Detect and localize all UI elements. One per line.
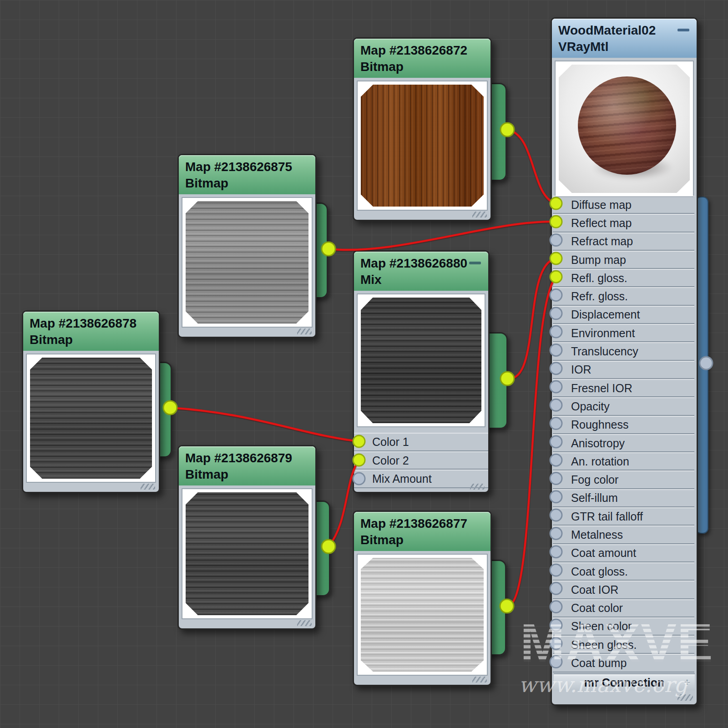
slot-row: Refl. gloss. xyxy=(553,269,694,287)
node-header[interactable]: Map #2138626877 Bitmap xyxy=(354,512,490,551)
resize-grip-icon[interactable] xyxy=(472,212,487,217)
slot-label: Coat IOR xyxy=(571,583,618,597)
node-graph-canvas[interactable]: Map #2138626872 Bitmap Map #2138626875 B… xyxy=(0,0,728,728)
wood-texture-thumbnail xyxy=(30,358,152,479)
slot-row: Coat color xyxy=(553,599,694,617)
resize-grip-icon[interactable] xyxy=(297,620,312,626)
node-footer xyxy=(23,483,159,492)
node-header[interactable]: Map #2138626872 Bitmap xyxy=(354,39,490,78)
wood-texture-thumbnail xyxy=(361,85,484,207)
wire-2872-to-diffuse-map[interactable] xyxy=(507,130,556,203)
resize-grip-icon[interactable] xyxy=(677,694,693,701)
slot-row: An. rotation xyxy=(553,452,694,470)
slot-label: Diffuse map xyxy=(571,198,632,212)
slot-row: Opacity xyxy=(553,397,694,415)
wire-2875-to-reflect-map[interactable] xyxy=(329,222,556,250)
node-title: Map #2138626877 xyxy=(360,516,484,532)
node-bitmap-2138626877[interactable]: Map #2138626877 Bitmap xyxy=(353,511,492,686)
slot-label: Fresnel IOR xyxy=(571,382,632,395)
node-title: Map #2138626878 xyxy=(30,315,152,332)
node-footer xyxy=(354,676,490,685)
wood-texture-thumbnail xyxy=(186,201,308,324)
node-header[interactable]: Map #2138626878 Bitmap xyxy=(23,312,159,351)
slot-row: Coat bump xyxy=(553,654,694,672)
slot-row: Color 1 xyxy=(354,433,488,451)
slot-row: Refr. gloss. xyxy=(553,287,694,305)
texture-preview-panel xyxy=(357,554,488,676)
node-header[interactable]: Map #2138626880 Mix xyxy=(354,252,488,291)
slot-label: Color 2 xyxy=(372,454,409,467)
slot-label: Roughness xyxy=(571,418,628,431)
wire-mix-to-bump-map[interactable] xyxy=(507,258,556,379)
slot-row: Self-illum xyxy=(553,489,694,507)
slot-row: Displacement xyxy=(553,306,694,324)
resize-grip-icon[interactable] xyxy=(297,329,312,334)
material-preview-background xyxy=(559,65,690,193)
slot-label: Fog color xyxy=(571,473,618,486)
slot-label: Coat gloss. xyxy=(571,565,628,578)
node-header[interactable]: WoodMaterial02 VRayMtl xyxy=(552,19,697,58)
node-vraymtl-woodmaterial02[interactable]: WoodMaterial02 VRayMtl Diffuse map Refle… xyxy=(551,17,698,706)
node-bitmap-2138626878[interactable]: Map #2138626878 Bitmap xyxy=(22,310,160,493)
slot-row: Environment xyxy=(553,324,694,342)
slot-label: Opacity xyxy=(571,400,610,413)
slot-row: Refract map xyxy=(553,233,694,251)
collapse-node-icon[interactable] xyxy=(677,29,689,31)
texture-preview-panel xyxy=(26,354,156,483)
mr-connection-bar[interactable]: mr Connection + xyxy=(554,674,695,691)
texture-preview-panel xyxy=(182,488,313,619)
slot-row: Fog color xyxy=(553,470,694,489)
slot-row: Bump map xyxy=(553,251,694,269)
expand-plus-icon[interactable]: + xyxy=(684,676,690,689)
slot-row: Mix Amount xyxy=(354,470,488,488)
node-footer xyxy=(179,619,315,628)
node-title: Map #2138626872 xyxy=(360,42,484,59)
vray-slot-list: Diffuse map Reflect map Refract map Bump… xyxy=(553,196,694,672)
node-bitmap-2138626879[interactable]: Map #2138626879 Bitmap xyxy=(177,445,317,630)
material-preview-panel xyxy=(555,61,694,197)
node-bitmap-2138626875[interactable]: Map #2138626875 Bitmap xyxy=(177,154,317,338)
resize-grip-icon[interactable] xyxy=(141,484,155,490)
slot-label: Refract map xyxy=(571,235,633,248)
slot-label: Sheen color xyxy=(571,620,632,633)
resize-grip-icon[interactable] xyxy=(470,484,485,490)
slot-row: Diffuse map xyxy=(553,196,694,214)
slot-row: Metalness xyxy=(553,526,694,544)
node-footer xyxy=(354,488,488,492)
slot-label: Coat amount xyxy=(571,546,636,560)
slot-label: Color 1 xyxy=(372,435,409,449)
wire-2877-to-refl-gloss[interactable] xyxy=(507,277,556,606)
slot-row: Sheen color xyxy=(553,617,694,636)
mix-texture-thumbnail xyxy=(361,298,481,423)
node-header[interactable]: Map #2138626875 Bitmap xyxy=(179,155,315,194)
texture-preview-panel xyxy=(357,81,488,211)
slot-label: Sheen gloss. xyxy=(571,638,637,652)
node-type: Bitmap xyxy=(360,59,484,75)
node-type: Bitmap xyxy=(185,466,309,483)
slot-label: An. rotation xyxy=(571,455,629,468)
slot-label: Metalness xyxy=(571,528,623,541)
node-bitmap-2138626872[interactable]: Map #2138626872 Bitmap xyxy=(353,37,492,221)
mr-connection-label: mr Connection xyxy=(584,676,664,689)
slot-label: Self-illum xyxy=(571,491,618,505)
slot-row: Coat gloss. xyxy=(553,562,694,581)
resize-grip-icon[interactable] xyxy=(472,677,487,682)
node-mix-2138626880[interactable]: Map #2138626880 Mix Color 1 Color 2 Mix … xyxy=(353,250,490,493)
node-footer xyxy=(179,328,315,337)
slot-label: Refl. gloss. xyxy=(571,272,627,285)
wire-2878-to-color-1[interactable] xyxy=(170,408,359,441)
slot-row: Anisotropy xyxy=(553,434,694,452)
slot-label: Translucency xyxy=(571,345,638,358)
slot-label: Refr. gloss. xyxy=(571,290,628,303)
slot-row: GTR tail falloff xyxy=(553,507,694,526)
collapse-node-icon[interactable] xyxy=(469,262,481,264)
slot-label: Environment xyxy=(571,327,635,340)
node-header[interactable]: Map #2138626879 Bitmap xyxy=(179,446,315,485)
material-sphere-preview xyxy=(578,76,676,175)
slot-label: IOR xyxy=(571,363,591,376)
wood-texture-thumbnail xyxy=(186,492,308,615)
texture-preview-panel xyxy=(357,293,485,427)
slot-row: Roughness xyxy=(553,416,694,434)
slot-label: Displacement xyxy=(571,308,640,321)
wood-texture-thumbnail xyxy=(361,558,484,672)
